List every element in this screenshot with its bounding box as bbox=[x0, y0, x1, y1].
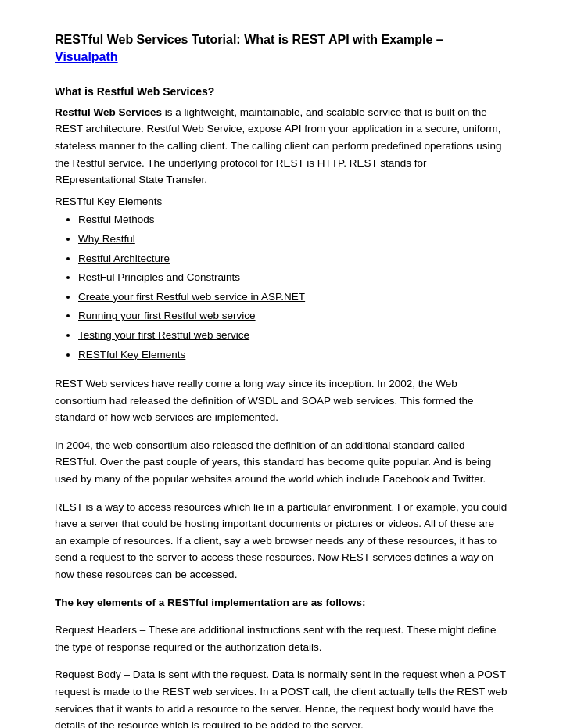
toc-link-5[interactable]: Create your first Restful web service in… bbox=[78, 291, 305, 303]
list-item: Restful Architecture bbox=[78, 250, 508, 267]
intro-paragraph: Restful Web Services is a lightweight, m… bbox=[55, 104, 508, 188]
toc-label: RESTful Key Elements bbox=[55, 193, 508, 210]
key-paragraph1: Request Headers – These are additional i… bbox=[55, 622, 508, 655]
toc-link-8[interactable]: RESTful Key Elements bbox=[78, 349, 185, 360]
section1-heading: What is Restful Web Services? bbox=[55, 85, 508, 98]
toc-link-7[interactable]: Testing your first Restful web service bbox=[78, 329, 249, 341]
paragraph3: REST is a way to access resources which … bbox=[55, 499, 508, 583]
toc-link-1[interactable]: Restful Methods bbox=[78, 213, 155, 225]
list-item: RESTful Key Elements bbox=[78, 346, 508, 364]
toc-link-3[interactable]: Restful Architecture bbox=[78, 253, 170, 264]
paragraph2: In 2004, the web consortium also release… bbox=[55, 437, 508, 488]
list-item: Running your first Restful web service bbox=[78, 307, 508, 325]
page-container: RESTful Web Services Tutorial: What is R… bbox=[0, 0, 563, 728]
list-item: Restful Methods bbox=[78, 211, 508, 228]
list-item: Why Restful bbox=[78, 231, 508, 248]
key-elements-heading: The key elements of a RESTful implementa… bbox=[55, 594, 508, 611]
toc-link-6[interactable]: Running your first Restful web service bbox=[78, 310, 256, 321]
visualpath-link[interactable]: Visualpath bbox=[55, 50, 118, 63]
paragraph1: REST Web services have really come a lon… bbox=[55, 375, 508, 426]
key-elements-heading-text: The key elements of a RESTful implementa… bbox=[55, 597, 366, 608]
page-title: RESTful Web Services Tutorial: What is R… bbox=[55, 31, 508, 66]
list-item: Testing your first Restful web service bbox=[78, 327, 508, 344]
title-text: RESTful Web Services Tutorial: What is R… bbox=[55, 33, 443, 46]
intro-bold: Restful Web Services bbox=[55, 106, 162, 118]
key-paragraph2: Request Body – Data is sent with the req… bbox=[55, 666, 508, 728]
toc-list: Restful Methods Why Restful Restful Arch… bbox=[55, 211, 508, 363]
toc-link-2[interactable]: Why Restful bbox=[78, 233, 135, 245]
list-item: Create your first Restful web service in… bbox=[78, 289, 508, 306]
list-item: RestFul Principles and Constraints bbox=[78, 269, 508, 286]
toc-link-4[interactable]: RestFul Principles and Constraints bbox=[78, 271, 240, 283]
